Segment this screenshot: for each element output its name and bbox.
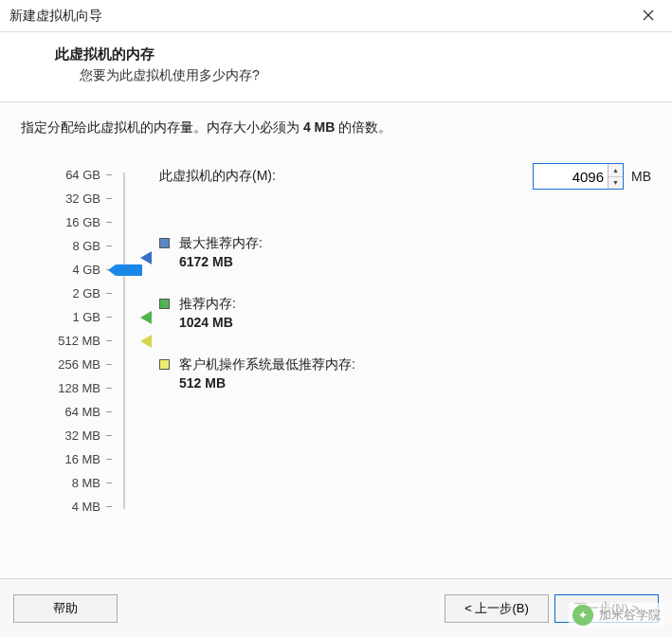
max-recommended-value: 6172 MB bbox=[179, 254, 263, 269]
spin-down[interactable]: ▼ bbox=[608, 177, 623, 190]
memory-input-row: 此虚拟机的内存(M): ▲ ▼ MB bbox=[159, 163, 651, 190]
scale-tick: 64 GB bbox=[21, 163, 112, 187]
wizard-content: 指定分配给此虚拟机的内存量。内存大小必须为 4 MB 的倍数。 64 GB32 … bbox=[0, 102, 672, 576]
scale-label: 8 MB bbox=[72, 476, 106, 490]
tick-mark bbox=[106, 364, 112, 365]
back-button[interactable]: < 上一步(B) bbox=[445, 594, 549, 623]
scale-tick: 2 GB bbox=[21, 282, 112, 305]
instruction-suffix: 的倍数。 bbox=[335, 119, 391, 135]
close-icon bbox=[643, 8, 654, 25]
memory-input-label: 此虚拟机的内存(M): bbox=[159, 168, 276, 185]
memory-slider-track[interactable] bbox=[118, 163, 131, 519]
square-icon-green bbox=[159, 299, 170, 309]
square-icon-yellow bbox=[159, 359, 170, 370]
scale-tick: 32 GB bbox=[21, 187, 112, 210]
recommended-block: 推荐内存: 1024 MB bbox=[159, 296, 651, 330]
scale-label: 2 GB bbox=[72, 286, 106, 300]
scale-label: 4 MB bbox=[72, 500, 106, 514]
scale-label: 512 MB bbox=[58, 334, 106, 348]
recommended-label: 推荐内存: bbox=[179, 296, 236, 313]
scale-label: 256 MB bbox=[58, 357, 106, 372]
scale-label: 64 GB bbox=[65, 168, 106, 182]
max-recommended-label: 最大推荐内存: bbox=[179, 235, 263, 252]
titlebar: 新建虚拟机向导 bbox=[0, 0, 672, 32]
memory-scale: 64 GB32 GB16 GB8 GB4 GB2 GB1 GB512 MB256… bbox=[21, 163, 112, 519]
scale-label: 8 GB bbox=[72, 239, 106, 253]
page-subtitle: 您要为此虚拟机使用多少内存? bbox=[55, 67, 638, 84]
tick-mark bbox=[106, 293, 112, 294]
scale-label: 16 MB bbox=[64, 452, 106, 466]
scale-tick: 128 MB bbox=[21, 376, 112, 400]
memory-spinbox[interactable]: ▲ ▼ bbox=[533, 163, 624, 190]
memory-unit: MB bbox=[631, 169, 651, 184]
scale-tick: 8 MB bbox=[21, 471, 112, 495]
instruction-prefix: 指定分配给此虚拟机的内存量。内存大小必须为 bbox=[21, 119, 303, 135]
window-title: 新建虚拟机向导 bbox=[9, 8, 634, 25]
memory-info-column: 此虚拟机的内存(M): ▲ ▼ MB 最大推荐内存: 6172 MB bbox=[131, 163, 651, 417]
scale-label: 128 MB bbox=[58, 381, 106, 395]
tick-mark bbox=[106, 246, 112, 246]
tick-mark bbox=[106, 435, 112, 436]
scale-tick: 16 MB bbox=[21, 447, 112, 471]
memory-input[interactable] bbox=[534, 164, 608, 189]
watermark: ✦ 加米谷学院 bbox=[569, 603, 664, 628]
tick-mark bbox=[106, 317, 112, 318]
instruction-bold: 4 MB bbox=[303, 119, 335, 135]
scale-label: 32 GB bbox=[65, 191, 106, 206]
tick-mark bbox=[106, 222, 112, 223]
scale-label: 32 MB bbox=[64, 428, 106, 443]
scale-label: 4 GB bbox=[72, 263, 106, 277]
tick-mark bbox=[106, 459, 112, 460]
wizard-header: 此虚拟机的内存 您要为此虚拟机使用多少内存? bbox=[0, 32, 672, 102]
scale-tick: 16 GB bbox=[21, 210, 112, 234]
scale-tick: 512 MB bbox=[21, 329, 112, 353]
tick-mark bbox=[106, 506, 112, 507]
spin-buttons: ▲ ▼ bbox=[608, 164, 623, 189]
page-title: 此虚拟机的内存 bbox=[55, 46, 638, 64]
scale-tick: 64 MB bbox=[21, 400, 112, 424]
tick-mark bbox=[106, 388, 112, 389]
square-icon-blue bbox=[159, 238, 170, 248]
tick-mark bbox=[106, 174, 112, 175]
memory-area: 64 GB32 GB16 GB8 GB4 GB2 GB1 GB512 MB256… bbox=[21, 163, 651, 519]
tick-mark bbox=[106, 482, 112, 483]
min-recommended-label: 客户机操作系统最低推荐内存: bbox=[179, 356, 355, 373]
tick-mark bbox=[106, 198, 112, 199]
spin-up[interactable]: ▲ bbox=[608, 164, 623, 177]
tick-mark bbox=[106, 411, 112, 412]
max-recommended-block: 最大推荐内存: 6172 MB bbox=[159, 235, 651, 269]
scale-tick: 32 MB bbox=[21, 424, 112, 447]
scale-tick: 8 GB bbox=[21, 234, 112, 258]
scale-tick: 1 GB bbox=[21, 305, 112, 329]
min-recommended-block: 客户机操作系统最低推荐内存: 512 MB bbox=[159, 356, 651, 391]
watermark-icon: ✦ bbox=[572, 605, 593, 626]
scale-label: 64 MB bbox=[64, 405, 106, 419]
scale-label: 16 GB bbox=[65, 215, 106, 229]
recommended-value: 1024 MB bbox=[179, 315, 236, 330]
min-recommended-value: 512 MB bbox=[179, 375, 355, 391]
watermark-text: 加米谷学院 bbox=[599, 607, 661, 624]
scale-tick: 4 GB bbox=[21, 258, 112, 282]
scale-tick: 4 MB bbox=[21, 495, 112, 519]
slider-trackline bbox=[123, 173, 125, 509]
scale-tick: 256 MB bbox=[21, 353, 112, 376]
scale-label: 1 GB bbox=[72, 310, 106, 324]
tick-mark bbox=[106, 340, 112, 341]
close-button[interactable] bbox=[634, 2, 663, 30]
help-button[interactable]: 帮助 bbox=[13, 594, 118, 623]
instruction-text: 指定分配给此虚拟机的内存量。内存大小必须为 4 MB 的倍数。 bbox=[21, 119, 651, 136]
